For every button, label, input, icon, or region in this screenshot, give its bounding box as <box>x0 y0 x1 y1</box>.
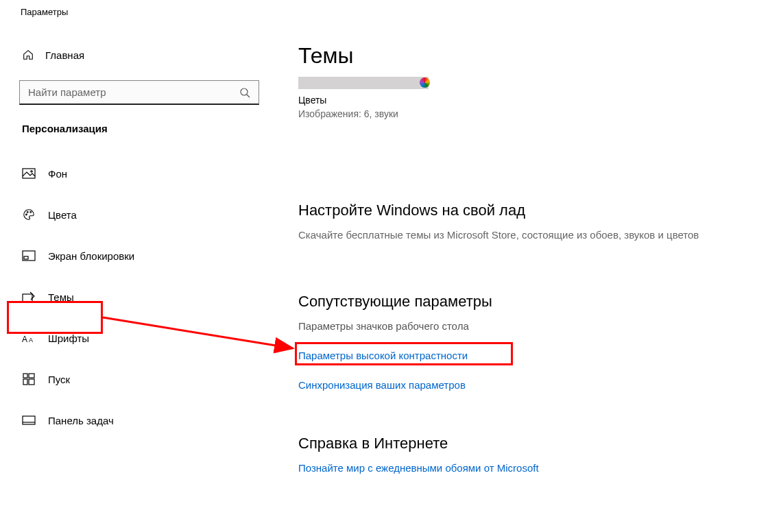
svg-point-0 <box>241 88 248 95</box>
nav-item-fonts[interactable]: A A Шрифты <box>19 322 271 354</box>
nav-label: Пуск <box>48 374 70 385</box>
svg-rect-8 <box>24 256 28 259</box>
theme-name: Цветы <box>298 95 765 106</box>
window-title: Параметры <box>0 0 781 23</box>
customize-desc: Скачайте бесплатные темы из Microsoft St… <box>298 229 765 241</box>
search-icon <box>239 87 250 98</box>
search-box[interactable] <box>19 80 259 105</box>
themes-icon <box>22 291 36 303</box>
page-title: Темы <box>298 43 765 69</box>
lockscreen-icon <box>22 250 36 262</box>
nav-label: Фон <box>48 168 67 180</box>
svg-text:A: A <box>29 337 33 343</box>
nav-item-lockscreen[interactable]: Экран блокировки <box>19 240 271 271</box>
svg-rect-15 <box>29 379 34 385</box>
svg-point-4 <box>26 214 27 215</box>
svg-rect-16 <box>23 416 35 424</box>
svg-rect-9 <box>23 294 32 302</box>
nav-list: Фон Цвета <box>19 158 271 436</box>
nav-item-background[interactable]: Фон <box>19 158 271 189</box>
nav-label: Шрифты <box>48 332 89 344</box>
content-area: Главная Персонализация <box>0 23 781 532</box>
search-input[interactable] <box>28 86 239 98</box>
related-links: Параметры значков рабочего стола Парамет… <box>298 320 765 391</box>
svg-rect-2 <box>23 169 35 178</box>
palette-icon <box>22 208 36 221</box>
svg-rect-13 <box>29 374 34 378</box>
nav-label: Панель задач <box>48 415 114 426</box>
sidebar: Главная Персонализация <box>0 23 271 532</box>
theme-meta: Изображения: 6, звуки <box>298 108 765 119</box>
home-icon <box>22 49 34 61</box>
nav-label: Темы <box>48 291 74 303</box>
svg-rect-12 <box>23 374 27 378</box>
link-help-bing[interactable]: Познайте мир с ежедневными обоями от Mic… <box>298 462 765 474</box>
start-icon <box>22 373 36 385</box>
sidebar-section-header: Персонализация <box>19 123 271 134</box>
help-title: Справка в Интернете <box>298 435 765 452</box>
link-desktop-icons[interactable]: Параметры значков рабочего стола <box>298 320 765 332</box>
svg-point-6 <box>30 212 32 213</box>
nav-item-taskbar[interactable]: Панель задач <box>19 404 271 436</box>
nav-item-themes[interactable]: Темы <box>19 281 271 313</box>
link-high-contrast[interactable]: Параметры высокой контрастности <box>298 350 765 361</box>
nav-label: Цвета <box>48 209 77 221</box>
svg-rect-14 <box>23 379 27 385</box>
svg-point-3 <box>31 171 32 172</box>
main-content: Темы Цветы Изображения: 6, звуки Настрой… <box>271 23 781 532</box>
svg-text:A: A <box>22 335 27 343</box>
svg-point-5 <box>27 212 28 213</box>
nav-item-start[interactable]: Пуск <box>19 363 271 395</box>
theme-preview[interactable] <box>298 77 429 89</box>
picture-icon <box>22 167 36 180</box>
color-wheel-icon <box>420 77 430 88</box>
settings-window: Параметры Главная П <box>0 0 781 532</box>
nav-item-colors[interactable]: Цвета <box>19 199 271 230</box>
taskbar-icon <box>22 414 36 426</box>
home-link[interactable]: Главная <box>19 43 271 66</box>
svg-line-1 <box>247 95 250 97</box>
related-title: Сопутствующие параметры <box>298 293 765 311</box>
customize-title: Настройте Windows на свой лад <box>298 202 765 219</box>
fonts-icon: A A <box>22 332 36 344</box>
link-sync-settings[interactable]: Синхронизация ваших параметров <box>298 379 765 391</box>
home-label: Главная <box>45 49 84 61</box>
nav-label: Экран блокировки <box>48 250 134 262</box>
